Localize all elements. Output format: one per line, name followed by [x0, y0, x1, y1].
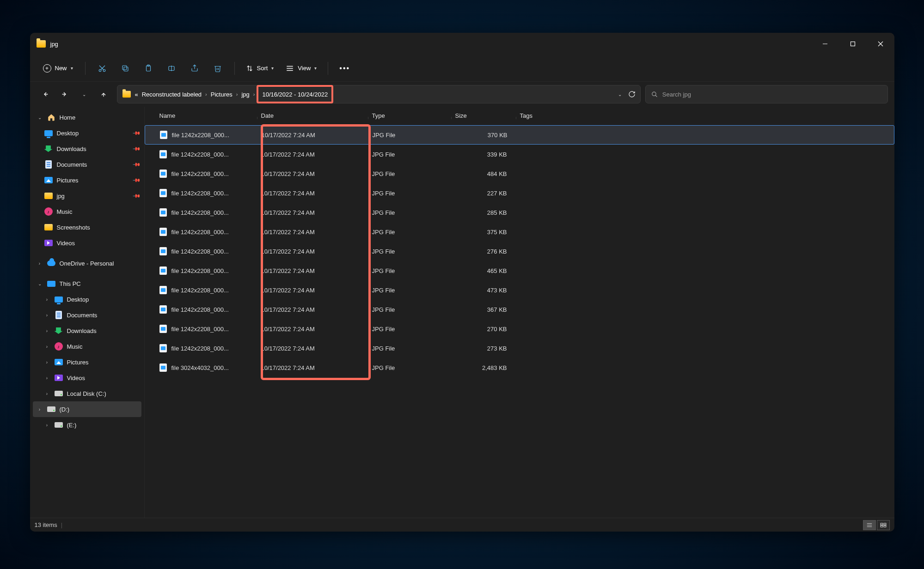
column-tags[interactable]: Tags [516, 112, 572, 119]
sidebar-item[interactable]: ›(E:) [30, 417, 144, 433]
svg-rect-30 [881, 525, 883, 527]
file-size: 270 KB [452, 326, 516, 333]
file-row[interactable]: file 1242x2208_000...10/17/2022 7:24 AMJ… [145, 145, 894, 164]
new-button[interactable]: + New ▾ [37, 61, 79, 75]
home-icon [47, 113, 56, 122]
breadcrumb-item[interactable]: Pictures › [211, 91, 238, 98]
sidebar-item[interactable]: Documents📌 [30, 157, 144, 172]
sidebar-item-thispc[interactable]: ⌄ This PC [30, 276, 144, 291]
minimize-button[interactable] [811, 33, 839, 55]
sidebar-label: jpg [57, 193, 65, 200]
sidebar-item-home[interactable]: ⌄ Home [30, 109, 144, 125]
sort-button[interactable]: Sort ▾ [241, 62, 279, 75]
thumbnails-view-button[interactable] [877, 520, 890, 530]
file-row[interactable]: file 1242x2208_000...10/17/2022 7:24 AMJ… [145, 222, 894, 242]
cut-button[interactable] [92, 60, 112, 77]
maximize-button[interactable] [839, 33, 867, 55]
sidebar-label: OneDrive - Personal [60, 260, 114, 267]
file-size: 370 KB [452, 132, 517, 139]
file-row[interactable]: file 1242x2208_000...10/17/2022 7:24 AMJ… [145, 125, 894, 145]
details-view-button[interactable] [863, 520, 876, 530]
sidebar-item[interactable]: Screenshots [30, 219, 144, 235]
address-history-button[interactable]: ⌄ [618, 92, 622, 97]
desktop-icon [44, 128, 53, 138]
search-box[interactable] [645, 85, 888, 103]
file-row[interactable]: file 1242x2208_000...10/17/2022 7:24 AMJ… [145, 183, 894, 203]
file-row[interactable]: file 1242x2208_000...10/17/2022 7:24 AMJ… [145, 164, 894, 183]
file-row[interactable]: file 1242x2208_000...10/17/2022 7:24 AMJ… [145, 339, 894, 358]
svg-rect-9 [122, 66, 127, 70]
share-button[interactable] [184, 60, 205, 77]
rename-button[interactable] [161, 60, 182, 77]
chevron-right-icon: › [44, 391, 50, 396]
sidebar-item[interactable]: ›Pictures [30, 354, 144, 370]
file-row[interactable]: file 1242x2208_000...10/17/2022 7:24 AMJ… [145, 242, 894, 261]
folder-icon [37, 40, 46, 48]
breadcrumb-filter[interactable]: 10/16/2022 - 10/24/2022 [262, 91, 328, 98]
copy-button[interactable] [115, 60, 135, 77]
file-name: file 1242x2208_000... [156, 266, 257, 275]
column-date[interactable]: Date [257, 112, 368, 119]
sidebar-item[interactable]: ›Local Disk (C:) [30, 386, 144, 401]
sidebar-item[interactable]: Desktop📌 [30, 125, 144, 141]
sidebar-label: (D:) [60, 406, 70, 413]
list-icon [286, 65, 294, 72]
file-type: JPG File [368, 190, 452, 197]
address-bar[interactable]: « Reconstructed labeled › Pictures › jpg… [117, 85, 641, 103]
status-bar: 13 items | [30, 518, 894, 532]
svg-point-23 [652, 92, 655, 96]
paste-button[interactable] [138, 60, 159, 77]
sidebar-label: Documents [57, 161, 87, 168]
chevron-down-icon: ▾ [314, 66, 317, 71]
sidebar-label: Local Disk (C:) [67, 390, 106, 397]
file-icon [159, 266, 167, 275]
sidebar-item[interactable]: ›Videos [30, 370, 144, 386]
file-name: file 1242x2208_000... [156, 131, 258, 139]
view-button[interactable]: View ▾ [281, 62, 321, 74]
svg-rect-1 [851, 42, 855, 46]
file-row[interactable]: file 1242x2208_000...10/17/2022 7:24 AMJ… [145, 280, 894, 300]
sidebar-item[interactable]: ›Documents [30, 307, 144, 323]
file-row[interactable]: file 1242x2208_000...10/17/2022 7:24 AMJ… [145, 203, 894, 222]
column-name[interactable]: Name [156, 112, 257, 119]
sidebar-item[interactable]: ›(D:) [33, 401, 141, 417]
down-icon [54, 326, 63, 335]
music-icon: ♪ [54, 342, 63, 351]
sidebar-item[interactable]: ›Desktop [30, 291, 144, 307]
breadcrumb-item[interactable]: Reconstructed labeled › [142, 91, 207, 98]
back-button[interactable] [37, 85, 54, 103]
refresh-button[interactable] [628, 91, 636, 98]
forward-button[interactable] [56, 85, 73, 103]
file-row[interactable]: file 1242x2208_000...10/17/2022 7:24 AMJ… [145, 319, 894, 339]
file-date: 10/17/2022 7:24 AM [257, 170, 368, 177]
sidebar-item[interactable]: Pictures📌 [30, 172, 144, 188]
file-icon [159, 247, 167, 255]
file-type: JPG File [368, 229, 452, 236]
desktop-icon [54, 295, 63, 304]
close-button[interactable] [867, 33, 894, 55]
file-row[interactable]: file 1242x2208_000...10/17/2022 7:24 AMJ… [145, 261, 894, 280]
sidebar-item[interactable]: jpg📌 [30, 188, 144, 204]
sidebar-item[interactable]: Videos [30, 235, 144, 251]
search-input[interactable] [662, 91, 882, 98]
delete-button[interactable] [208, 60, 228, 77]
breadcrumb-ellipsis[interactable]: « [135, 91, 138, 98]
column-type[interactable]: Type [368, 112, 452, 119]
sidebar-item[interactable]: ♪Music [30, 204, 144, 219]
sidebar-item-onedrive[interactable]: › OneDrive - Personal [30, 255, 144, 271]
recent-button[interactable]: ⌄ [75, 85, 93, 103]
breadcrumb-item[interactable]: jpg › [241, 91, 255, 98]
file-row[interactable]: file 3024x4032_000...10/17/2022 7:24 AMJ… [145, 358, 894, 377]
file-row[interactable]: file 1242x2208_000...10/17/2022 7:24 AMJ… [145, 300, 894, 319]
file-type: JPG File [368, 287, 452, 294]
sidebar-item[interactable]: ›Downloads [30, 323, 144, 339]
file-type: JPG File [368, 151, 452, 158]
up-button[interactable] [95, 85, 112, 103]
search-icon [651, 91, 658, 98]
more-button[interactable]: ••• [335, 62, 355, 74]
sidebar-item[interactable]: ›♪Music [30, 339, 144, 354]
file-date: 10/17/2022 7:24 AM [257, 306, 368, 313]
file-icon [159, 150, 167, 158]
sidebar-item[interactable]: Downloads📌 [30, 141, 144, 157]
column-size[interactable]: Size [452, 112, 516, 119]
